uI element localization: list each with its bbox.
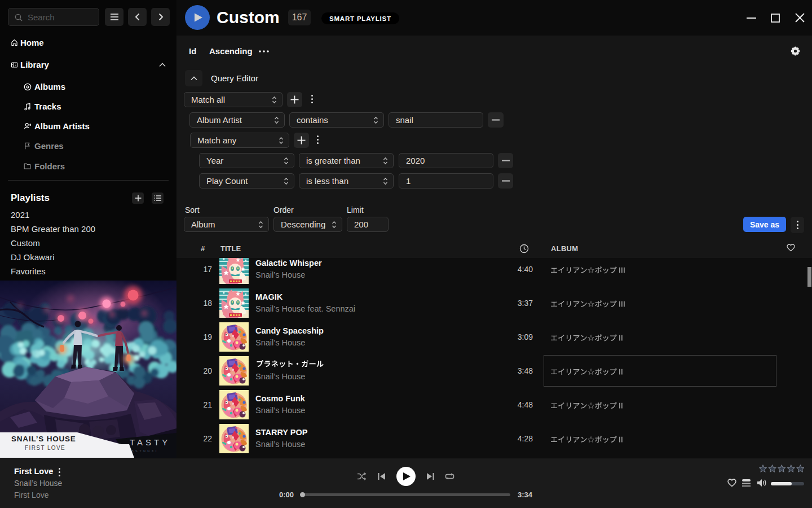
svg-text:FIRST LOVE: FIRST LOVE xyxy=(25,445,65,451)
svg-text:SNAIL’S HOUSE: SNAIL’S HOUSE xyxy=(11,435,76,443)
svg-text:TASTY: TASTY xyxy=(130,437,170,447)
svg-text:BSTNNXI: BSTNNXI xyxy=(131,449,158,453)
